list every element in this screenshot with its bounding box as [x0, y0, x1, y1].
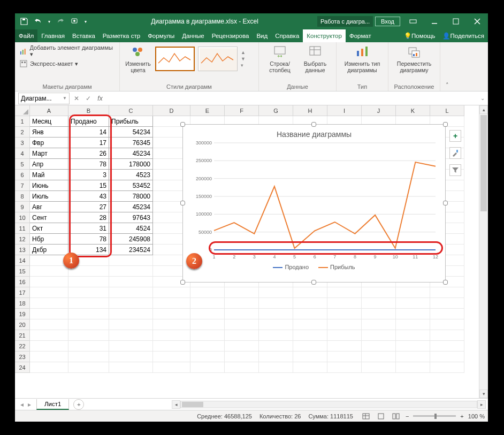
save-icon[interactable]: [18, 16, 30, 27]
minimize-button[interactable]: [424, 13, 445, 29]
row-header-6[interactable]: 6: [15, 170, 30, 180]
sheet-tab-1[interactable]: Лист1: [36, 399, 69, 410]
tab-view[interactable]: Вид: [253, 29, 271, 42]
row-header-14[interactable]: 14: [15, 255, 30, 266]
change-colors-button[interactable]: Изменить цвета: [124, 44, 152, 73]
column-header-a[interactable]: A: [30, 105, 68, 116]
column-header-e[interactable]: E: [190, 105, 225, 116]
view-normal-icon[interactable]: [361, 412, 371, 421]
cell-B5[interactable]: 78: [68, 159, 109, 170]
tell-me[interactable]: 💡 Помощь: [400, 29, 439, 42]
tab-page-layout[interactable]: Разметка стр: [99, 29, 144, 42]
tab-help[interactable]: Справка: [271, 29, 303, 42]
row-header-2[interactable]: 2: [15, 127, 30, 138]
vertical-scrollbar[interactable]: ▴ ▾: [479, 105, 488, 398]
cell-B4[interactable]: 26: [68, 148, 109, 159]
cell-A10[interactable]: Сент: [30, 212, 68, 223]
cell-C5[interactable]: 178000: [109, 159, 153, 170]
cell-B7[interactable]: 15: [68, 180, 109, 191]
cell-C13[interactable]: 234524: [109, 245, 153, 255]
fx-icon[interactable]: fx: [94, 93, 106, 104]
cell-B1[interactable]: Продано: [68, 116, 109, 127]
zoom-out-button[interactable]: −: [406, 413, 409, 419]
quick-layout-button[interactable]: Экспресс-макет ▾: [19, 59, 115, 68]
chart-tools-tab[interactable]: Работа с диагра...: [317, 16, 373, 27]
chart-filter-button[interactable]: [449, 164, 461, 176]
tab-insert[interactable]: Вставка: [68, 29, 99, 42]
row-header-15[interactable]: 15: [15, 266, 30, 277]
cell-A4[interactable]: Март: [30, 148, 68, 159]
column-header-c[interactable]: C: [109, 105, 153, 116]
column-header-f[interactable]: F: [225, 105, 259, 116]
cell-A12[interactable]: Нбр: [30, 234, 68, 245]
share-button[interactable]: 👤 Поделиться: [439, 29, 488, 42]
row-header-12[interactable]: 12: [15, 234, 30, 245]
cell-B11[interactable]: 31: [68, 223, 109, 234]
sheet-nav-next-icon[interactable]: ▸: [28, 401, 31, 408]
undo-icon[interactable]: [32, 16, 44, 27]
view-page-layout-icon[interactable]: [376, 412, 386, 421]
cell-C1[interactable]: Прибыль: [109, 116, 153, 127]
tab-design[interactable]: Конструктор: [303, 29, 346, 42]
column-header-d[interactable]: D: [153, 105, 190, 116]
chart-plot-area[interactable]: 0500001000001500002000002500003000001234…: [188, 139, 441, 262]
zoom-slider[interactable]: [413, 415, 456, 417]
row-header-18[interactable]: 18: [15, 298, 30, 309]
row-header-21[interactable]: 21: [15, 330, 30, 341]
column-header-h[interactable]: H: [293, 105, 327, 116]
cell-C12[interactable]: 245908: [109, 234, 153, 245]
row-header-13[interactable]: 13: [15, 245, 30, 255]
cell-B8[interactable]: 43: [68, 191, 109, 202]
styles-down-icon[interactable]: ▼: [241, 56, 246, 62]
chart-style-thumb-2[interactable]: [198, 47, 238, 71]
row-header-20[interactable]: 20: [15, 319, 30, 330]
enter-formula-icon[interactable]: ✓: [82, 93, 94, 104]
column-header-g[interactable]: G: [259, 105, 293, 116]
cell-A13[interactable]: Дкбр: [30, 245, 68, 255]
row-header-23[interactable]: 23: [15, 352, 30, 362]
tab-format[interactable]: Формат: [346, 29, 375, 42]
tab-formulas[interactable]: Формулы: [144, 29, 178, 42]
tab-home[interactable]: Главная: [37, 29, 68, 42]
cell-A2[interactable]: Янв: [30, 127, 68, 138]
zoom-level[interactable]: 100 %: [468, 413, 485, 419]
add-chart-element-button[interactable]: Добавить элемент диаграммы ▾: [19, 44, 115, 58]
cell-B3[interactable]: 17: [68, 138, 109, 148]
tab-review[interactable]: Рецензирова: [208, 29, 253, 42]
row-header-4[interactable]: 4: [15, 148, 30, 159]
cell-A1[interactable]: Месяц: [30, 116, 68, 127]
select-data-button[interactable]: Выбрать данные: [299, 44, 332, 73]
row-header-24[interactable]: 24: [15, 362, 30, 373]
cell-A8[interactable]: Июль: [30, 191, 68, 202]
maximize-button[interactable]: [445, 13, 467, 29]
touch-mode-icon[interactable]: [68, 16, 80, 27]
switch-row-column-button[interactable]: Строка/ столбец: [263, 44, 296, 73]
chart-brush-button[interactable]: [449, 147, 461, 159]
row-header-16[interactable]: 16: [15, 277, 30, 287]
column-header-b[interactable]: B: [68, 105, 109, 116]
row-header-1[interactable]: 1: [15, 116, 30, 127]
cancel-formula-icon[interactable]: ✕: [71, 93, 82, 104]
row-header-3[interactable]: 3: [15, 138, 30, 148]
styles-more-icon[interactable]: ▾: [241, 63, 246, 68]
horizontal-scrollbar[interactable]: ◂ ▸: [84, 400, 488, 409]
qa-dropdown-icon[interactable]: ▾: [82, 16, 89, 27]
cell-A7[interactable]: Июнь: [30, 180, 68, 191]
row-header-7[interactable]: 7: [15, 180, 30, 191]
row-header-10[interactable]: 10: [15, 212, 30, 223]
redo-icon[interactable]: [55, 16, 66, 27]
cell-B2[interactable]: 14: [68, 127, 109, 138]
chart-title[interactable]: Название диаграммы: [188, 130, 440, 139]
cell-C7[interactable]: 53452: [109, 180, 153, 191]
cell-C10[interactable]: 97643: [109, 212, 153, 223]
column-header-j[interactable]: J: [362, 105, 396, 116]
chart-plus-button[interactable]: +: [449, 130, 461, 142]
column-header-k[interactable]: K: [396, 105, 430, 116]
zoom-in-button[interactable]: +: [460, 413, 463, 419]
cell-A3[interactable]: Фвр: [30, 138, 68, 148]
login-button[interactable]: Вход: [375, 17, 400, 26]
move-chart-button[interactable]: Переместить диаграмму: [393, 44, 436, 73]
view-page-break-icon[interactable]: [391, 412, 401, 421]
cell-B9[interactable]: 27: [68, 202, 109, 212]
row-headers[interactable]: 123456789101112131415161718192021222324: [15, 116, 30, 373]
